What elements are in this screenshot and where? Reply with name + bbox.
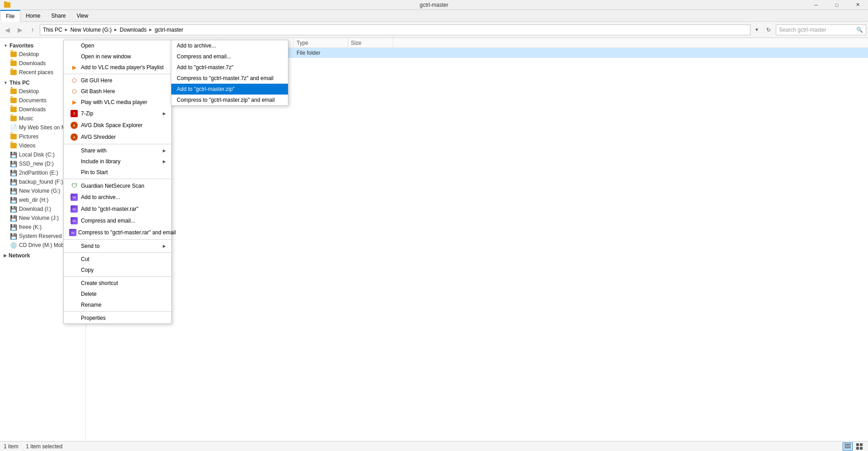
context-play-vlc[interactable]: ▶ Play with VLC media player [64, 97, 171, 108]
submenu-7zip: Add to archive... Compress and email... … [171, 40, 288, 106]
folder-yellow-icon [10, 116, 17, 121]
context-sep-5 [64, 252, 171, 253]
winrar-compress-rar-badge: W [69, 229, 76, 236]
address-path[interactable]: This PC ► New Volume (G:) ► Downloads ► … [40, 24, 750, 35]
forward-button[interactable]: ▶ [14, 24, 25, 35]
submenu-compress-7z-email[interactable]: Compress to "gctrl-master.7z" and email [171, 73, 288, 84]
context-add-archive[interactable]: W Add to archive... [64, 191, 171, 203]
context-git-gui[interactable]: ⬡ Git GUI Here [64, 75, 171, 86]
context-sep-1 [64, 74, 171, 74]
folder-icon-downloads-fav [10, 60, 17, 67]
context-copy-label: Copy [81, 267, 94, 273]
submenu-compress-zip-email[interactable]: Compress to "gctrl-master.zip" and email [171, 95, 288, 105]
refresh-button[interactable]: ↻ [763, 24, 774, 35]
context-play-vlc-label: Play with VLC media player [81, 99, 147, 105]
context-guardian-label: Guardian NetSecure Scan [81, 183, 144, 189]
sidebar-label-desktop-pc: Desktop [19, 88, 39, 95]
context-properties[interactable]: Properties [64, 313, 171, 323]
tab-share[interactable]: Share [46, 10, 71, 22]
context-create-shortcut-label: Create shortcut [81, 280, 118, 286]
folder-icon-music [10, 115, 17, 122]
folder-icon-documents [10, 97, 17, 104]
tab-view[interactable]: View [71, 10, 94, 22]
context-7zip-label: 7-Zip [81, 110, 93, 117]
submenu-add-archive-label: Add to archive... [177, 43, 216, 49]
sidebar-label-c: Local Disk (C:) [19, 152, 55, 158]
svg-rect-5 [856, 447, 859, 450]
context-compress-rar-email-label: Compress to "gctrl-master.rar" and email [78, 229, 176, 236]
submenu-add-archive[interactable]: Add to archive... [171, 40, 288, 51]
avg-disk-icon: A [69, 122, 79, 129]
drive-icon-i: 💾 [10, 205, 17, 213]
up-button[interactable]: ↑ [27, 24, 38, 35]
shield-icon: 🛡 [71, 182, 77, 189]
context-pin-start-label: Pin to Start [81, 169, 108, 176]
context-delete[interactable]: Delete [64, 289, 171, 299]
context-git-bash[interactable]: ⬡ Git Bash Here [64, 86, 171, 97]
submenu-compress-email[interactable]: Compress and email... [171, 51, 288, 62]
context-git-gui-label: Git GUI Here [81, 77, 112, 84]
context-avg-shredder[interactable]: A AVG Shredder [64, 131, 171, 143]
context-add-rar[interactable]: W Add to "gctrl-master.rar" [64, 203, 171, 215]
sidebar-label-e: 2ndPartition (E:) [19, 170, 58, 176]
context-sep-6 [64, 276, 171, 277]
context-compress-rar-email[interactable]: W Compress to "gctrl-master.rar" and ema… [64, 227, 171, 238]
drive-icon-m: 💿 [10, 242, 17, 249]
context-7zip[interactable]: 7 7-Zip ▶ [64, 108, 171, 119]
include-library-arrow: ▶ [163, 159, 166, 164]
tab-home[interactable]: Home [20, 10, 46, 22]
context-add-rar-label: Add to "gctrl-master.rar" [81, 206, 138, 212]
sidebar-label-j: New Volume (J:) [19, 215, 59, 221]
winrar-add-icon: W [69, 194, 79, 201]
folder-yellow-icon [10, 52, 17, 57]
file-row-type: File folder [294, 50, 348, 56]
context-avg-shredder-label: AVG Shredder [81, 134, 116, 140]
search-box[interactable]: Search gctrl-master 🔍 [776, 24, 866, 35]
folder-icon-desktop-pc [10, 88, 17, 95]
context-cut[interactable]: Cut [64, 254, 171, 265]
context-create-shortcut[interactable]: Create shortcut [64, 278, 171, 289]
submenu-compress-email-label: Compress and email... [177, 53, 231, 60]
submenu-add-7z[interactable]: Add to "gctrl-master.7z" [171, 62, 288, 73]
context-add-vlc[interactable]: ▶ Add to VLC media player's Playlist [64, 62, 171, 73]
sevenzip-badge: 7 [71, 110, 78, 117]
address-dropdown-button[interactable]: ▼ [752, 24, 761, 35]
context-menu: Open Open in new window ▶ Add to VLC med… [63, 40, 172, 324]
col-type[interactable]: Type [294, 38, 348, 47]
context-pin-start[interactable]: Pin to Start [64, 167, 171, 178]
view-details-button[interactable] [843, 442, 853, 451]
path-gctrl: gctrl-master [155, 27, 183, 33]
context-rename[interactable]: Rename [64, 299, 171, 310]
context-open-new-window[interactable]: Open in new window [64, 51, 171, 62]
title-bar-left: gctrl-master [4, 1, 11, 9]
vlc-icon: ▶ [69, 64, 79, 71]
minimize-button[interactable]: ─ [806, 0, 826, 10]
sidebar-label-f: backup_found (F:) [19, 179, 63, 185]
context-include-library[interactable]: Include in library ▶ [64, 156, 171, 167]
context-guardian[interactable]: 🛡 Guardian NetSecure Scan [64, 180, 171, 191]
context-open[interactable]: Open [64, 40, 171, 51]
restore-button[interactable]: □ [826, 0, 847, 10]
submenu-add-7z-label: Add to "gctrl-master.7z" [177, 64, 233, 71]
svg-rect-2 [844, 447, 851, 448]
context-share-with[interactable]: Share with ▶ [64, 145, 171, 156]
path-this-pc: This PC [43, 27, 62, 33]
drive-icon-c: 💾 [10, 151, 17, 158]
winrar-compress-badge: W [71, 217, 78, 224]
context-avg-disk[interactable]: A AVG Disk Space Explorer [64, 119, 171, 131]
folder-icon-pictures [10, 133, 17, 140]
back-button[interactable]: ◀ [2, 24, 13, 35]
search-placeholder: Search gctrl-master [779, 27, 826, 33]
folder-icon-videos [10, 142, 17, 149]
tab-file[interactable]: File [0, 10, 20, 22]
context-send-to[interactable]: Send to ▶ [64, 241, 171, 252]
winrar-compress-rar-icon: W [69, 229, 76, 236]
col-size[interactable]: Size [348, 38, 393, 47]
sidebar-label-downloads-fav: Downloads [19, 60, 46, 66]
context-compress-email[interactable]: W Compress and email... [64, 215, 171, 227]
submenu-add-zip[interactable]: Add to "gctrl-master.zip" [171, 84, 288, 95]
view-large-icons-button[interactable] [854, 442, 864, 451]
close-button[interactable]: ✕ [847, 0, 868, 10]
context-open-label: Open [81, 43, 94, 49]
context-copy[interactable]: Copy [64, 265, 171, 275]
